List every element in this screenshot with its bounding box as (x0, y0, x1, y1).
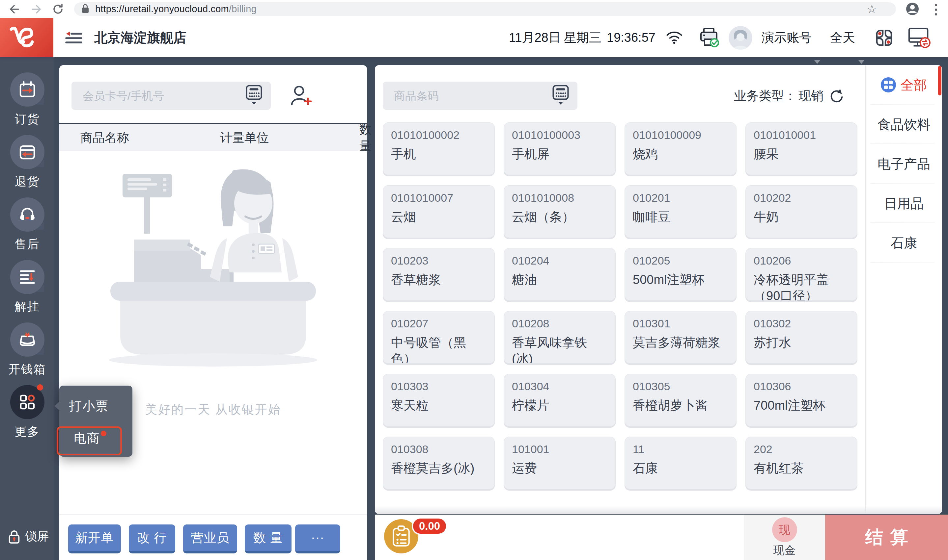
sidebar-item-6[interactable]: 更多 (0, 385, 54, 440)
product-card[interactable]: 010204糖油 (503, 248, 616, 301)
product-card[interactable]: 0101010007云烟 (383, 185, 495, 238)
product-card[interactable]: 010206冷杯透明平盖（90口径） (746, 248, 857, 301)
popup-item-print-receipt[interactable]: 打小票 (59, 390, 133, 422)
action-button-5[interactable]: ··· (295, 525, 340, 554)
sidebar-item-3[interactable]: 售后 (0, 197, 54, 252)
shift-selector[interactable]: 全天 (830, 18, 855, 57)
product-card[interactable]: 010308香橙莫吉多(冰) (383, 437, 495, 489)
product-card[interactable]: 010207中号吸管（黑色） (383, 311, 495, 363)
product-card[interactable]: 010303寒天粒 (383, 374, 495, 426)
member-search-input[interactable] (71, 82, 245, 110)
category-item-5[interactable]: 石康 (866, 223, 942, 263)
product-name: 腰果 (753, 146, 849, 162)
popup-notch (54, 402, 60, 411)
product-card[interactable]: 010201咖啡豆 (625, 185, 736, 238)
product-card[interactable]: 0101010001腰果 (746, 122, 857, 175)
settle-button[interactable]: 结算 (825, 515, 948, 560)
product-name: 柠檬片 (512, 397, 607, 414)
action-button-4[interactable]: 数 量 (245, 525, 292, 554)
sidebar-item-2[interactable]: 退货 (0, 135, 54, 190)
apps-grid-icon[interactable] (875, 29, 893, 47)
add-member-icon[interactable] (290, 84, 312, 109)
column-unit: 计量单位 (220, 124, 269, 152)
aftersale-icon[interactable] (10, 197, 45, 232)
product-card[interactable]: 010203香草糖浆 (383, 248, 495, 301)
product-card[interactable]: 010302苏打水 (746, 311, 857, 363)
product-card[interactable]: 01010100003手机屏 (503, 122, 616, 175)
category-label: 日用品 (884, 194, 923, 212)
popup-item-ecommerce[interactable]: 电商 (59, 423, 133, 454)
action-button-2[interactable]: 改 行 (129, 525, 175, 554)
product-card[interactable]: 101001运费 (503, 437, 616, 489)
bookmark-star-icon[interactable]: ☆ (867, 3, 877, 15)
product-name: 寒天粒 (391, 397, 486, 414)
category-list: 全部食品饮料电子产品日用品石康 (866, 65, 942, 514)
header-date: 11月28日 (509, 18, 561, 57)
lock-screen-button[interactable]: 锁屏 (7, 528, 49, 545)
cash-label: 现金 (774, 543, 796, 558)
user-avatar[interactable] (729, 26, 752, 50)
url-text: https://uretail.yonyoucloud.com/billing (95, 4, 256, 14)
collapse-menu-icon[interactable] (65, 29, 82, 47)
account-name[interactable]: 演示账号 (761, 18, 812, 57)
cashdrawer-icon[interactable]: ¥ (10, 322, 45, 357)
product-card[interactable]: 11石康 (625, 437, 736, 489)
product-card[interactable]: 010202牛奶 (746, 185, 857, 238)
product-name: 500ml注塑杯 (633, 272, 728, 288)
return-icon[interactable] (10, 135, 45, 169)
category-item-2[interactable]: 食品饮料 (866, 105, 942, 144)
popup-item-label: 打小票 (69, 398, 109, 415)
category-item-4[interactable]: 日用品 (866, 184, 942, 223)
product-card[interactable]: 010208香草风味拿铁(冰) (503, 311, 616, 363)
notification-dot (37, 384, 43, 391)
sidebar-item-5[interactable]: ¥开钱箱 (0, 322, 54, 377)
url-bar[interactable]: https://uretail.yonyoucloud.com/billing … (74, 2, 896, 16)
fold-corner (37, 222, 44, 230)
category-scrollbar-thumb[interactable] (938, 66, 942, 95)
product-card[interactable]: 202有机红茶 (746, 437, 857, 489)
screen-sync-icon[interactable] (908, 27, 931, 48)
product-card[interactable]: 010301莫吉多薄荷糖浆 (625, 311, 736, 363)
category-label: 电子产品 (877, 155, 930, 173)
browser-forward-icon[interactable] (29, 3, 43, 16)
browser-menu-icon[interactable] (935, 4, 937, 15)
product-name: 香橙胡萝卜酱 (633, 397, 728, 414)
product-card[interactable]: 010205500ml注塑杯 (625, 248, 736, 301)
business-type-value[interactable]: 现销 (798, 88, 823, 104)
category-item-3[interactable]: 电子产品 (866, 144, 942, 184)
more-popup-menu: 打小票 电商 (59, 386, 133, 457)
action-button-3[interactable]: 营业员 (183, 525, 237, 554)
browser-reload-icon[interactable] (51, 3, 65, 16)
action-button-1[interactable]: 新开单 (68, 525, 121, 554)
product-card[interactable]: 010305香橙胡萝卜酱 (625, 374, 736, 426)
product-card[interactable]: 010304柠檬片 (503, 374, 616, 426)
category-all-icon (881, 77, 896, 92)
category-item-1[interactable]: 全部 (866, 65, 942, 105)
product-code: 0101010007 (391, 191, 486, 204)
refresh-icon[interactable] (829, 88, 844, 105)
sidebar-item-1[interactable]: 订货 (0, 72, 54, 127)
product-card[interactable]: 0101010008云烟（条） (503, 185, 616, 238)
browser-profile-icon[interactable] (906, 2, 919, 17)
header-time: 19:36:57 (607, 18, 656, 57)
product-name: 糖油 (512, 272, 607, 288)
keypad-icon[interactable] (552, 84, 570, 107)
cashier-illustration (104, 164, 322, 369)
unhang-icon[interactable] (10, 260, 45, 294)
sidebar-item-4[interactable]: 解挂 (0, 260, 54, 315)
order-icon[interactable] (10, 72, 45, 107)
product-card[interactable]: 01010100002手机 (383, 122, 495, 175)
barcode-search-input[interactable] (383, 82, 552, 110)
payment-method-cash[interactable]: 现 现金 (744, 515, 825, 560)
member-panel: 商品名称 计量单位 数量 (59, 65, 367, 560)
product-grid: 01010100002手机01010100003手机屏01010100009烧鸡… (383, 122, 857, 489)
more-icon[interactable] (10, 385, 45, 419)
product-card[interactable]: 010306700ml注塑杯 (746, 374, 857, 426)
product-code: 010201 (633, 191, 728, 204)
product-code: 010302 (753, 317, 849, 330)
keypad-icon[interactable] (245, 84, 263, 107)
printer-icon[interactable] (699, 27, 719, 48)
product-card[interactable]: 01010100009烧鸡 (625, 122, 736, 175)
browser-back-icon[interactable] (8, 3, 21, 16)
product-code: 010206 (753, 254, 849, 267)
